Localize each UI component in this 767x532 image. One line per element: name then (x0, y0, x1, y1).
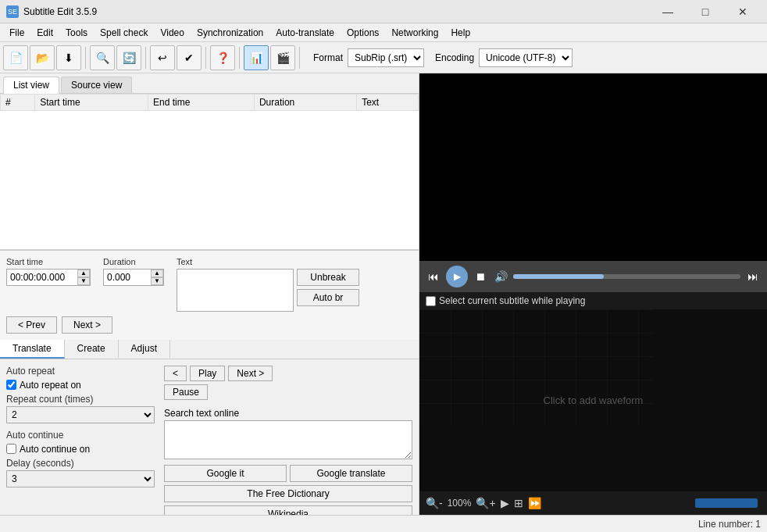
play-controls: < Play Next > (164, 366, 412, 381)
video-progress-bar[interactable] (513, 274, 740, 279)
col-endtime: End time (148, 95, 255, 111)
menu-file[interactable]: File (3, 23, 30, 41)
menu-tools[interactable]: Tools (59, 23, 94, 41)
google-button[interactable]: Google it (164, 465, 287, 482)
pause-button[interactable]: Pause (164, 384, 208, 400)
zoom-label: 100% (448, 498, 472, 509)
waveform-button[interactable]: 📊 (244, 45, 269, 70)
replace-button[interactable]: 🔄 (116, 45, 141, 70)
delay-select[interactable]: 3 1 2 5 (6, 470, 155, 487)
view-tabs: List view Source view (0, 73, 419, 94)
undo-button[interactable]: ↩ (150, 45, 175, 70)
duration-up[interactable]: ▲ (151, 270, 163, 277)
waveform-panel: Select current subtitle while playing Cl… (419, 292, 767, 515)
close-button[interactable]: ✕ (725, 0, 761, 23)
waveform-play-button[interactable]: ▶ (501, 497, 509, 509)
start-time-up[interactable]: ▲ (77, 270, 90, 277)
delay-label: Delay (seconds) (6, 458, 155, 469)
autobr-button[interactable]: Auto br (297, 289, 359, 306)
video-play-button[interactable]: ▶ (446, 266, 468, 287)
menu-autotranslate[interactable]: Auto-translate (269, 23, 341, 41)
auto-repeat-title: Auto repeat (6, 366, 155, 377)
tab-source-view[interactable]: Source view (61, 77, 132, 93)
video-progress-fill (513, 274, 604, 279)
zoom-in-button[interactable]: 🔍+ (476, 497, 495, 509)
next-play-button[interactable]: Next > (228, 366, 273, 381)
tab-adjust[interactable]: Adjust (119, 340, 170, 359)
app-title: Subtitle Edit 3.5.9 (23, 6, 97, 17)
dictionary-button[interactable]: The Free Dictionary (164, 485, 412, 502)
duration-down[interactable]: ▼ (151, 277, 163, 285)
waveform-forward-button[interactable]: ⏩ (528, 497, 541, 509)
encoding-label: Encoding (435, 52, 474, 63)
menu-edit[interactable]: Edit (30, 23, 59, 41)
video-button[interactable]: 🎬 (270, 45, 295, 70)
waveform-grid-button[interactable]: ⊞ (514, 497, 523, 509)
menu-synchronization[interactable]: Synchronization (191, 23, 269, 41)
menu-help[interactable]: Help (444, 23, 476, 41)
zoom-out-button[interactable]: 🔍- (426, 497, 443, 509)
edit-area: Start time ▲ ▼ Duration (0, 250, 419, 340)
video-volume-button[interactable]: 🔊 (493, 269, 508, 284)
menu-spellcheck[interactable]: Spell check (94, 23, 154, 41)
auto-continue-on-label: Auto continue on (20, 444, 90, 455)
col-starttime: Start time (35, 95, 148, 111)
auto-repeat-checkbox[interactable] (6, 380, 16, 390)
duration-input[interactable] (104, 270, 151, 284)
line-number: Line number: 1 (698, 519, 761, 530)
download-button[interactable]: ⬇ (56, 45, 81, 70)
app-icon: SE (6, 5, 19, 18)
waveform-area[interactable]: Click to add waveform (419, 309, 767, 491)
menu-networking[interactable]: Networking (385, 23, 444, 41)
menu-bar: File Edit Tools Spell check Video Synchr… (0, 23, 767, 42)
waveform-placeholder: Click to add waveform (544, 395, 644, 406)
col-duration: Duration (254, 95, 356, 111)
video-area (419, 73, 767, 261)
bottom-tabs: Translate Create Adjust (0, 340, 419, 359)
play-button[interactable]: Play (190, 366, 225, 381)
start-time-input[interactable] (7, 270, 77, 284)
format-select[interactable]: SubRip (.srt) (348, 48, 424, 67)
menu-options[interactable]: Options (341, 23, 385, 41)
video-controls: ⏮ ▶ ⏹ 🔊 ⏭ (419, 261, 767, 292)
minimize-button[interactable]: — (650, 0, 686, 23)
wikipedia-button[interactable]: Wikipedia (164, 505, 412, 516)
video-stop-button[interactable]: ⏹ (473, 269, 488, 284)
tab-create[interactable]: Create (65, 340, 119, 359)
toolbar: 📄 📂 ⬇ 🔍 🔄 ↩ ✔ ❓ 📊 🎬 Format SubRip (.srt)… (0, 42, 767, 73)
tab-translate[interactable]: Translate (0, 340, 65, 359)
video-prev-button[interactable]: ⏮ (426, 269, 441, 284)
video-next-button[interactable]: ⏭ (745, 269, 761, 284)
prev-button[interactable]: < Prev (6, 316, 57, 334)
prev-play-button[interactable]: < (164, 366, 187, 381)
menu-video[interactable]: Video (154, 23, 190, 41)
waveform-controls: 🔍- 100% 🔍+ ▶ ⊞ ⏩ (419, 491, 767, 515)
tab-list-view[interactable]: List view (3, 77, 59, 94)
col-number: # (1, 95, 35, 111)
auto-continue-checkbox[interactable] (6, 444, 16, 454)
waveform-slider[interactable] (695, 498, 758, 508)
select-subtitle-checkbox[interactable] (426, 296, 436, 306)
google-translate-button[interactable]: Google translate (290, 465, 412, 482)
repeat-count-select[interactable]: 2 1 3 4 5 (6, 406, 155, 423)
title-bar: SE Subtitle Edit 3.5.9 — □ ✕ (0, 0, 767, 23)
waveform-grid (419, 309, 654, 427)
unbreak-button[interactable]: Unbreak (297, 269, 359, 286)
col-text: Text (357, 95, 419, 111)
select-subtitle-label: Select current subtitle while playing (439, 295, 585, 306)
text-input[interactable] (177, 269, 294, 312)
subtitle-table: # Start time End time Duration Text (0, 94, 419, 249)
encoding-select[interactable]: Unicode (UTF-8) (479, 48, 573, 67)
check-button[interactable]: ✔ (177, 45, 202, 70)
translate-content: Auto repeat Auto repeat on Repeat count … (0, 359, 419, 516)
maximize-button[interactable]: □ (687, 0, 723, 23)
open-button[interactable]: 📂 (30, 45, 55, 70)
start-time-down[interactable]: ▼ (77, 277, 90, 285)
next-button[interactable]: Next > (62, 316, 112, 334)
search-button[interactable]: 🔍 (90, 45, 115, 70)
new-button[interactable]: 📄 (3, 45, 28, 70)
search-input[interactable] (164, 420, 412, 459)
repeat-count-label: Repeat count (times) (6, 394, 155, 405)
format-label: Format (313, 52, 343, 63)
help-button[interactable]: ❓ (210, 45, 235, 70)
